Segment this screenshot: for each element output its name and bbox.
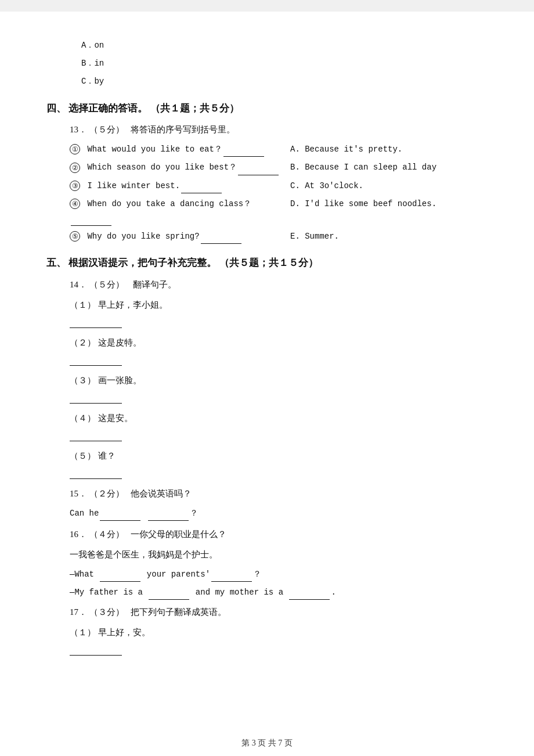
q17-answer-1 <box>70 643 122 656</box>
q14-item-2: （２） 这是皮特。 <box>70 335 488 351</box>
match-row-3: ③ I like winter best. C. At 3o'clock. <box>70 179 488 193</box>
q16-instruction2: 一我爸爸是个医生，我妈妈是个护士。 <box>70 547 488 563</box>
q16-number: 16． <box>70 530 87 539</box>
match-left-1: ① What would you like to eat？ <box>70 142 290 157</box>
q15-score: （２分） <box>89 489 124 498</box>
q14-answer-4 <box>70 429 122 441</box>
q14-number: 14． <box>70 280 87 289</box>
q17-instruction: 把下列句子翻译成英语。 <box>131 607 226 617</box>
match-left-4: ④ When do you take a dancing class？ <box>70 197 290 226</box>
match-row-5: ⑤ Why do you like spring? E. Summer. <box>70 229 488 244</box>
q16-block: 16． （４分） 一你父母的职业是什么？ <box>70 527 488 542</box>
q15-number: 15． <box>70 489 87 498</box>
q14-block: 14． （５分） 翻译句子。 <box>70 277 488 293</box>
match-right-1: A. Because it's pretty. <box>290 142 488 157</box>
section5-header: 五、 根据汉语提示，把句子补充完整。 （共５题；共１５分） <box>46 254 488 272</box>
match-right-2: B. Because I can sleep all day <box>290 160 488 175</box>
match-left-2: ② Which season do you like best？ <box>70 160 290 175</box>
q16-score: （４分） <box>89 530 124 539</box>
match-right-4: D. I'd like some beef noodles. <box>290 197 488 211</box>
match-row-1: ① What would you like to eat？ A. Because… <box>70 142 488 157</box>
q15-block: 15． （２分） 他会说英语吗？ <box>70 486 488 502</box>
q13-score: （５分） <box>89 125 124 134</box>
q14-item-4: （４） 这是安。 <box>70 411 488 426</box>
match-right-5: E. Summer. <box>290 229 488 244</box>
q14-instruction: 翻译句子。 <box>133 280 176 289</box>
q14-item-5: （５） 谁？ <box>70 448 488 464</box>
q17-block: 17． （３分） 把下列句子翻译成英语。 <box>70 604 488 620</box>
match-left-5: ⑤ Why do you like spring? <box>70 229 290 244</box>
section4-header: 四、 选择正确的答语。 （共１题；共５分） <box>46 100 488 118</box>
page-footer: 第 3 页 共 7 页 <box>0 736 534 750</box>
q14-score: （５分） <box>89 280 124 289</box>
q14-answer-3 <box>70 391 122 404</box>
q17-number: 17． <box>70 607 87 617</box>
match-left-3: ③ I like winter best. <box>70 179 290 193</box>
option-c: C．by <box>81 74 488 89</box>
match-row-4: ④ When do you take a dancing class？ D. I… <box>70 197 488 226</box>
q16-instruction: 一你父母的职业是什么？ <box>131 530 226 539</box>
q14-item-1: （１） 早上好，李小姐。 <box>70 297 488 313</box>
exam-page: A．on B．in C．by 四、 选择正确的答语。 （共１题；共５分） 13．… <box>0 12 534 756</box>
option-b: B．in <box>81 56 488 71</box>
q15-line: Can he ？ <box>70 506 488 521</box>
q14-answer-1 <box>70 315 122 328</box>
q14-answer-5 <box>70 466 122 479</box>
q14-answer-2 <box>70 353 122 366</box>
q13-number: 13． <box>70 125 87 134</box>
q17-item-1: （１） 早上好，安。 <box>70 625 488 640</box>
option-a: A．on <box>81 38 488 53</box>
q14-item-3: （３） 画一张脸。 <box>70 373 488 388</box>
match-row-2: ② Which season do you like best？ B. Beca… <box>70 160 488 175</box>
q13-instruction: 将答语的序号写到括号里。 <box>131 125 235 134</box>
q15-instruction: 他会说英语吗？ <box>131 489 192 498</box>
match-right-3: C. At 3o'clock. <box>290 179 488 193</box>
q16-line2: —My father is a and my mother is a . <box>70 585 488 600</box>
q17-score: （３分） <box>89 607 124 617</box>
q16-line1: —What your parents'？ <box>70 567 488 582</box>
q13-block: 13． （５分） 将答语的序号写到括号里。 <box>70 122 488 138</box>
